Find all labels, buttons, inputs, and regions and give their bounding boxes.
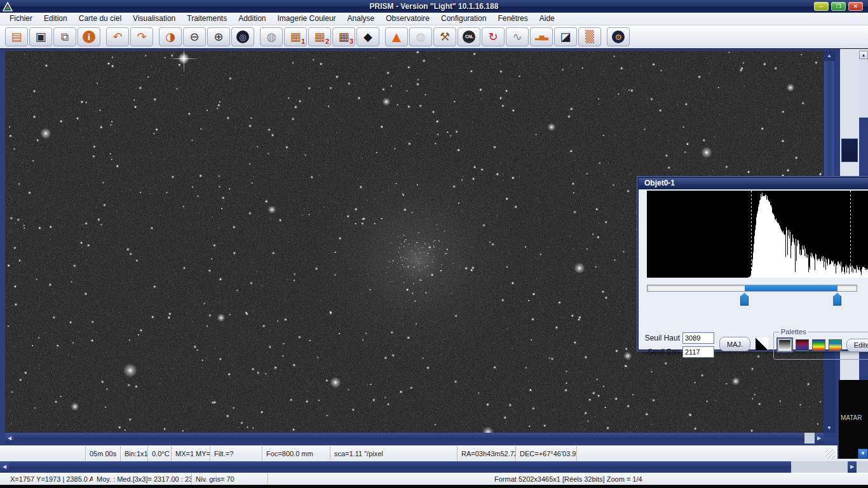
zoom-out-icon-glyph: ⊖ bbox=[189, 31, 199, 43]
full-preview-icon-glyph: ◎ bbox=[236, 30, 249, 43]
close-button[interactable]: ✕ bbox=[848, 2, 863, 11]
camera-2-icon[interactable]: ▦2 bbox=[308, 27, 331, 46]
redo-icon[interactable]: ↷ bbox=[130, 27, 153, 46]
horizontal-scrollbar[interactable]: ◀ ▶ bbox=[5, 433, 824, 444]
horizontal-scroll-thumb[interactable] bbox=[14, 433, 804, 444]
invert-image-icon[interactable]: ◪ bbox=[554, 27, 577, 46]
menu-item-carte-du-ciel[interactable]: Carte du ciel bbox=[73, 13, 127, 25]
threshold-histogram-icon[interactable]: ▒ bbox=[578, 27, 601, 46]
palette-rainbow-swatch[interactable] bbox=[812, 339, 825, 351]
rotate-image-icon-glyph: ↻ bbox=[488, 31, 498, 43]
workspace-scroll-right-icon[interactable]: ▶ bbox=[848, 461, 857, 473]
scroll-left-icon[interactable]: ◀ bbox=[5, 433, 14, 444]
focus-cone-icon[interactable]: ▲ bbox=[385, 27, 408, 46]
camera-3-icon[interactable]: ▦3 bbox=[332, 27, 355, 46]
menu-item-visualisation[interactable]: Visualisation bbox=[127, 13, 181, 25]
info-icon-glyph: i bbox=[83, 30, 95, 43]
background-scroll-up-icon[interactable]: ▲ bbox=[859, 51, 868, 59]
resize-grip[interactable] bbox=[825, 449, 835, 459]
palette-grayscale-swatch[interactable] bbox=[777, 338, 792, 352]
restore-button[interactable]: ❐ bbox=[831, 2, 846, 11]
menubar: FichierEditionCarte du cielVisualisation… bbox=[0, 13, 868, 25]
background-window-label: MATAR bbox=[841, 414, 862, 421]
palette-spectrum-swatch[interactable] bbox=[829, 339, 842, 351]
menu-item-traitements[interactable]: Traitements bbox=[181, 13, 233, 25]
editer-button[interactable]: Editer bbox=[846, 339, 868, 352]
seuil-bas-input[interactable] bbox=[682, 346, 714, 358]
camera-2-icon-badge: 2 bbox=[325, 37, 329, 45]
menu-item-observatoire[interactable]: Observatoire bbox=[380, 13, 435, 25]
background-window-content[interactable]: MATAR bbox=[839, 380, 868, 459]
background-scroll-thumb[interactable] bbox=[841, 139, 858, 162]
workspace-scrollbar[interactable]: ◀ ▶ bbox=[0, 461, 868, 473]
menu-item-addition[interactable]: Addition bbox=[233, 13, 271, 25]
seuil-bas-label: Seuil Bas bbox=[642, 348, 682, 356]
title-bar: PRISM - Version "Light" 10.1.16.188 ─❐✕ bbox=[0, 0, 868, 13]
undo-icon[interactable]: ↶ bbox=[106, 27, 129, 46]
menu-item-fenetres[interactable]: Fenêtres bbox=[492, 13, 533, 25]
scroll-right-icon[interactable]: ▶ bbox=[815, 433, 824, 444]
palette-row: Editer bbox=[777, 338, 868, 352]
bottom-strip bbox=[0, 485, 868, 488]
minimize-button[interactable]: ─ bbox=[814, 2, 829, 11]
visual-thresholds-icon[interactable]: ◑ bbox=[159, 27, 182, 46]
star-sphere-icon-glyph: ◍ bbox=[416, 31, 426, 43]
open-image-icon[interactable]: ▤ bbox=[5, 27, 28, 46]
palettes-group: Palettes Editer bbox=[773, 328, 868, 360]
status-cell-filt-: Filt.=? bbox=[210, 446, 262, 461]
save-image-icon[interactable]: ▣ bbox=[29, 27, 52, 46]
menu-item-edition[interactable]: Edition bbox=[38, 13, 73, 25]
threshold-slider-track[interactable] bbox=[647, 285, 857, 292]
dome-wheel-icon[interactable]: ◍ bbox=[260, 27, 283, 46]
histogram-canvas[interactable] bbox=[647, 191, 868, 278]
cursor-triangle-icon[interactable] bbox=[756, 337, 768, 350]
histogram-bars-icon[interactable]: ▂▅▃ bbox=[530, 27, 553, 46]
camera-1-icon-badge: 1 bbox=[301, 37, 305, 45]
status-cell-moy-med-3x3-2317-00-2340: Moy. : Med.[3x3]= 2317.00 : 2340.00 bbox=[93, 473, 192, 485]
focus-cone-icon-glyph: ▲ bbox=[392, 31, 401, 43]
background-scroll-down-icon[interactable]: ▼ bbox=[858, 449, 868, 459]
guider-camera-icon[interactable]: ◆ bbox=[356, 27, 379, 46]
status-cell-blank-3 bbox=[268, 473, 491, 485]
calibration-icon[interactable]: CAL bbox=[458, 27, 480, 46]
zoom-in-icon[interactable]: ⊕ bbox=[207, 27, 230, 46]
window-controls: ─❐✕ bbox=[814, 2, 863, 11]
redo-icon-glyph: ↷ bbox=[137, 31, 146, 43]
prism-application: { "window": { "title": "PRISM - Version … bbox=[0, 0, 868, 488]
star-sphere-icon[interactable]: ◍ bbox=[409, 27, 432, 46]
guider-camera-icon-glyph: ◆ bbox=[363, 31, 372, 43]
info-icon[interactable]: i bbox=[78, 27, 100, 46]
high-threshold-handle[interactable] bbox=[833, 293, 841, 306]
menu-item-configuration[interactable]: Configuration bbox=[435, 13, 492, 25]
camera-1-icon[interactable]: ▦1 bbox=[284, 27, 307, 46]
status-cell-x-1757-y-1973-2385-0-adu: X=1757 Y=1973 | 2385.0 ADU bbox=[0, 473, 93, 485]
transfer-curve-icon[interactable]: ∿ bbox=[506, 27, 529, 46]
menu-item-analyse[interactable]: Analyse bbox=[342, 13, 381, 25]
image-operations-icon[interactable]: ⧉ bbox=[53, 27, 76, 46]
menu-item-fichier[interactable]: Fichier bbox=[4, 13, 38, 25]
visual-thresholds-icon-glyph: ◑ bbox=[165, 31, 175, 43]
zoom-out-icon[interactable]: ⊖ bbox=[183, 27, 206, 46]
threshold-slider-range[interactable] bbox=[745, 285, 837, 291]
palettes-label: Palettes bbox=[779, 328, 808, 336]
full-preview-icon[interactable]: ◎ bbox=[231, 27, 254, 46]
status-cell-0-0-c: 0.0°C bbox=[148, 446, 172, 461]
palette-red-purple-swatch[interactable] bbox=[796, 339, 809, 351]
status-cell-blank-0 bbox=[0, 446, 86, 461]
menu-item-imagerie-couleur[interactable]: Imagerie Couleur bbox=[272, 13, 342, 25]
camera-status-bar: 05m 00sBin:1x10.0°CMX=1 MY=1Filt.=?Foc=8… bbox=[0, 445, 868, 461]
workspace-scroll-left-icon[interactable]: ◀ bbox=[0, 461, 9, 473]
status-cell-niv-gris-70: Niv. gris= 70 bbox=[192, 473, 268, 485]
low-threshold-handle[interactable] bbox=[740, 293, 749, 306]
dialog-title-bar[interactable]: Objet0-1 bbox=[639, 178, 868, 189]
workspace-scroll-thumb[interactable] bbox=[9, 461, 791, 473]
scroll-down-icon[interactable]: ▼ bbox=[825, 424, 834, 432]
tools-wrench-icon[interactable]: ⚒ bbox=[433, 27, 456, 46]
menu-item-aide[interactable]: Aide bbox=[534, 13, 560, 25]
scroll-up-icon[interactable]: ▲ bbox=[825, 51, 834, 60]
settings-gears-icon[interactable]: ⚙ bbox=[607, 27, 630, 46]
rotate-image-icon[interactable]: ↻ bbox=[482, 27, 505, 46]
seuil-haut-input[interactable] bbox=[682, 332, 714, 344]
maj-button[interactable]: MAJ. bbox=[719, 337, 750, 351]
save-image-icon-glyph: ▣ bbox=[35, 31, 46, 43]
